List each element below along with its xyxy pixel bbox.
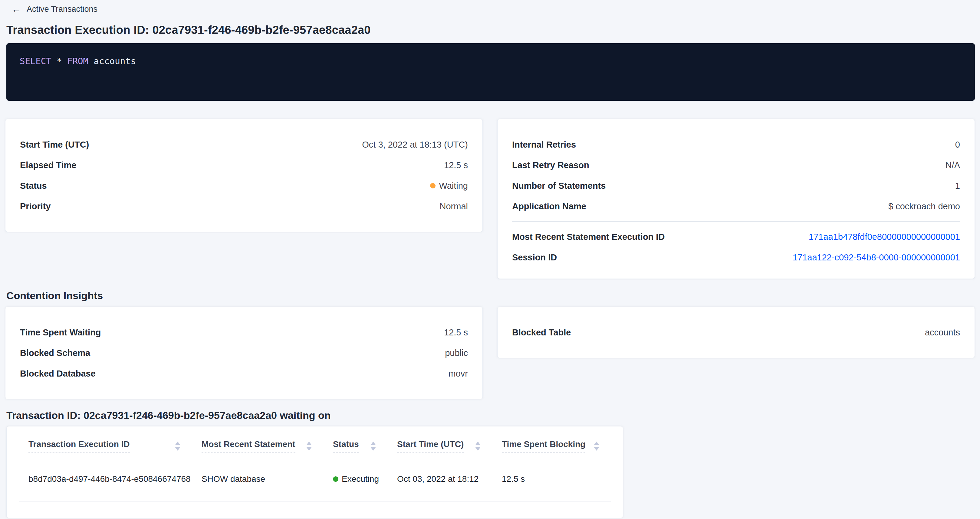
start-time-label: Start Time (UTC) — [20, 140, 89, 150]
card-divider — [512, 221, 960, 222]
contention-blocked-table-card: Blocked Table accounts — [497, 307, 975, 358]
overview-cards-row: Start Time (UTC) Oct 3, 2022 at 18:13 (U… — [5, 119, 975, 279]
time-spent-waiting-value: 12.5 s — [444, 327, 468, 338]
waiting-on-table-card: Transaction Execution ID Most Recent Sta… — [6, 426, 623, 518]
last-retry-reason-label: Last Retry Reason — [512, 160, 589, 170]
cell-status: Executing — [323, 474, 387, 484]
status-label: Status — [20, 181, 47, 191]
cell-time-spent-blocking: 12.5 s — [492, 474, 611, 484]
statement-execution-id-label: Most Recent Statement Execution ID — [512, 232, 665, 242]
row-status-value: Executing — [342, 474, 379, 484]
blocked-table-value: accounts — [925, 327, 960, 338]
column-header-transaction-execution-id[interactable]: Transaction Execution ID — [19, 440, 192, 452]
status-row: Status Waiting — [20, 175, 468, 196]
sql-statement-box: SELECT * FROM accounts — [6, 43, 975, 101]
contention-cards-row: Time Spent Waiting 12.5 s Blocked Schema… — [5, 307, 975, 399]
waiting-on-table-header: Transaction Execution ID Most Recent Sta… — [19, 435, 611, 457]
breadcrumb-back-active-transactions[interactable]: ← Active Transactions — [11, 0, 97, 14]
application-name-row: Application Name $ cockroach demo — [512, 196, 960, 217]
blocked-table-row: Blocked Table accounts — [512, 322, 960, 343]
priority-label: Priority — [20, 202, 51, 211]
start-time-value: Oct 3, 2022 at 18:13 (UTC) — [362, 140, 468, 150]
application-name-value: $ cockroach demo — [888, 202, 960, 211]
sort-arrows-icon[interactable] — [306, 441, 312, 451]
last-retry-reason-value: N/A — [945, 160, 960, 170]
number-of-statements-row: Number of Statements 1 — [512, 175, 960, 196]
elapsed-time-value: 12.5 s — [444, 160, 468, 170]
elapsed-time-row: Elapsed Time 12.5 s — [20, 155, 468, 175]
priority-row: Priority Normal — [20, 196, 468, 217]
column-header-start-time[interactable]: Start Time (UTC) — [387, 440, 492, 452]
sort-arrows-icon[interactable] — [175, 441, 180, 451]
sql-table-name: accounts — [94, 56, 136, 66]
blocked-schema-value: public — [445, 348, 468, 358]
internal-retries-label: Internal Retries — [512, 140, 576, 150]
number-of-statements-label: Number of Statements — [512, 181, 606, 191]
blocked-table-label: Blocked Table — [512, 327, 571, 338]
page-title: Transaction Execution ID: 02ca7931-f246-… — [6, 24, 980, 37]
internal-retries-row: Internal Retries 0 — [512, 134, 960, 155]
contention-waiting-card: Time Spent Waiting 12.5 s Blocked Schema… — [5, 307, 483, 399]
session-id-link[interactable]: 171aa122-c092-54b8-0000-000000000001 — [793, 252, 960, 262]
sort-arrows-icon[interactable] — [475, 441, 480, 451]
session-id-row: Session ID 171aa122-c092-54b8-0000-00000… — [512, 247, 960, 268]
status-value: Waiting — [439, 181, 468, 191]
session-id-label: Session ID — [512, 252, 557, 262]
blocked-schema-row: Blocked Schema public — [20, 343, 468, 363]
waiting-on-heading: Transaction ID: 02ca7931-f246-469b-b2fe-… — [6, 409, 980, 421]
sql-star-operator: * — [57, 56, 62, 66]
start-time-row: Start Time (UTC) Oct 3, 2022 at 18:13 (U… — [20, 134, 468, 155]
waiting-status-dot-icon — [430, 183, 436, 189]
time-spent-waiting-label: Time Spent Waiting — [20, 327, 101, 338]
elapsed-time-label: Elapsed Time — [20, 160, 76, 170]
column-header-status[interactable]: Status — [323, 440, 387, 452]
last-retry-reason-row: Last Retry Reason N/A — [512, 155, 960, 175]
column-header-time-spent-blocking[interactable]: Time Spent Blocking — [492, 440, 611, 452]
priority-value: Normal — [440, 202, 468, 211]
statement-execution-id-link[interactable]: 171aa1b478fdf0e80000000000000001 — [809, 232, 960, 242]
execution-attributes-card: Internal Retries 0 Last Retry Reason N/A… — [497, 119, 975, 279]
blocked-database-label: Blocked Database — [20, 369, 95, 379]
sql-keyword-select: SELECT — [20, 56, 51, 66]
sort-arrows-icon[interactable] — [371, 441, 376, 451]
internal-retries-value: 0 — [955, 140, 960, 150]
back-arrow-icon[interactable]: ← — [11, 4, 21, 14]
blocked-database-row: Blocked Database movr — [20, 363, 468, 384]
breadcrumb-label[interactable]: Active Transactions — [27, 5, 97, 14]
blocked-schema-label: Blocked Schema — [20, 348, 90, 358]
executing-status-dot-icon — [333, 476, 338, 482]
cell-transaction-execution-id: b8d7d03a-d497-446b-8474-e50846674768 — [19, 474, 192, 484]
statement-execution-id-row: Most Recent Statement Execution ID 171aa… — [512, 227, 960, 247]
cell-most-recent-statement: SHOW database — [192, 474, 323, 484]
cell-start-time: Oct 03, 2022 at 18:12 — [387, 474, 492, 484]
time-spent-waiting-row: Time Spent Waiting 12.5 s — [20, 322, 468, 343]
application-name-label: Application Name — [512, 202, 586, 211]
blocked-database-value: movr — [449, 369, 468, 379]
number-of-statements-value: 1 — [955, 181, 960, 191]
contention-insights-heading: Contention Insights — [6, 290, 980, 302]
sort-arrows-icon[interactable] — [594, 441, 599, 451]
transaction-summary-card: Start Time (UTC) Oct 3, 2022 at 18:13 (U… — [5, 119, 483, 232]
status-badge: Waiting — [430, 181, 468, 191]
table-row: b8d7d03a-d497-446b-8474-e50846674768 SHO… — [19, 457, 611, 502]
sql-keyword-from: FROM — [67, 56, 88, 66]
column-header-most-recent-statement[interactable]: Most Recent Statement — [192, 440, 323, 452]
